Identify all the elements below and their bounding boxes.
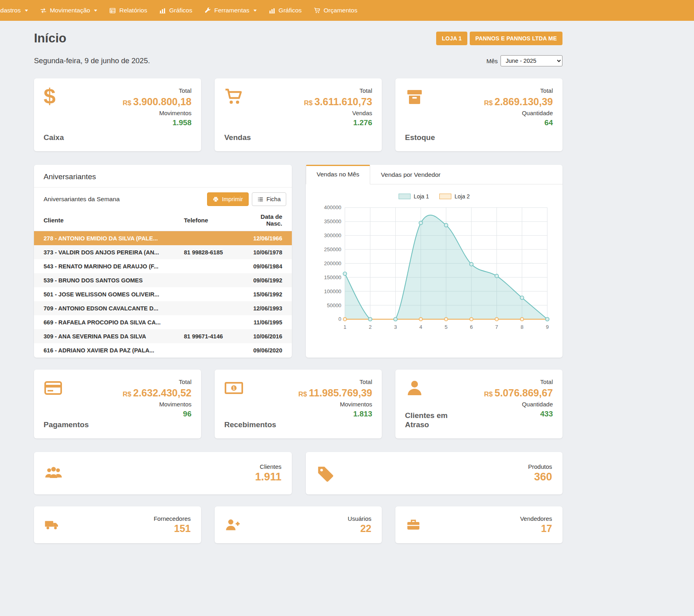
chart-legend: Loja 1 Loja 2: [315, 190, 554, 202]
month-label: Mês: [487, 58, 498, 64]
user-plus-icon: [225, 517, 240, 532]
cart-icon: [314, 7, 321, 14]
count-label: Movimentos: [340, 401, 372, 408]
cell-birthdate: 11/06/1995: [241, 315, 292, 329]
birthdays-subtitle: Aniversariantes da Semana: [44, 196, 120, 203]
nav-item-label: Ferramentas: [214, 7, 249, 14]
credit-card-icon: [44, 378, 89, 400]
nav-item-label: Movimentação: [50, 7, 90, 14]
cell-phone: 81 99828-6185: [180, 245, 241, 259]
exchange-icon: [40, 7, 47, 14]
svg-text:5: 5: [445, 324, 447, 330]
vendedores-card: Vendedores 17: [395, 506, 562, 543]
dollar-icon: $: [44, 87, 64, 109]
cell-client: 501 - JOSE WELISSON GOMES OLIVEIR...: [34, 287, 180, 301]
cell-birthdate: 15/06/1992: [241, 287, 292, 301]
count-card-value: 17: [541, 523, 552, 534]
count-label: Vendas: [352, 110, 372, 116]
count-value: 433: [540, 410, 553, 418]
printer-icon: [213, 196, 219, 202]
legend-swatch-loja2: [439, 194, 451, 199]
produtos-card: Produtos 360: [306, 452, 562, 494]
table-row[interactable]: 669 - RAFAELA PROCOPIO DA SILVA CA...11/…: [34, 315, 292, 329]
svg-text:50000: 50000: [327, 302, 341, 308]
nav-item-label: Gráficos: [169, 7, 192, 14]
total-value: R$ 11.985.769,39: [298, 387, 372, 399]
print-button[interactable]: Imprimir: [207, 192, 248, 206]
recebimentos-card: 1 Recebimentos Total R$ 11.985.769,39 Mo…: [215, 370, 382, 438]
legend-item-loja2: Loja 2: [439, 193, 470, 200]
svg-text:4: 4: [419, 324, 422, 330]
cell-client: 616 - ADRIANO XAVIER DA PAZ (PALA...: [34, 343, 180, 357]
count-card-label: Usuários: [348, 515, 371, 522]
cell-birthdate: 12/06/1966: [241, 231, 292, 246]
nav-item-movimentacao[interactable]: Movimentação: [34, 0, 104, 21]
cell-phone: [180, 343, 241, 357]
svg-text:1: 1: [343, 324, 346, 330]
table-row[interactable]: 309 - ANA SEVERINA PAES DA SILVA81 99671…: [34, 329, 292, 343]
ficha-button[interactable]: Ficha: [252, 192, 286, 206]
count-card-value: 22: [360, 523, 371, 534]
cell-client: 709 - ANTONIO EDSON CAVALCANTE D...: [34, 301, 180, 315]
table-row[interactable]: 278 - ANTONIO EMIDIO DA SILVA (PALE...12…: [34, 231, 292, 246]
briefcase-icon: [406, 517, 421, 532]
table-row[interactable]: 616 - ADRIANO XAVIER DA PAZ (PALA...09/0…: [34, 343, 292, 357]
cell-phone: [180, 259, 241, 273]
svg-text:250000: 250000: [324, 246, 341, 252]
table-row[interactable]: 709 - ANTONIO EDSON CAVALCANTE D...12/06…: [34, 301, 292, 315]
store-badge[interactable]: LOJA 1: [436, 32, 467, 45]
month-select[interactable]: June - 2025: [501, 55, 562, 66]
svg-text:150000: 150000: [324, 274, 341, 280]
clientes-em-atraso-card: Clientes em Atraso Total R$ 5.076.869,67…: [395, 370, 562, 438]
count-value: 1.813: [353, 410, 372, 418]
pagamentos-card: Pagamentos Total R$ 2.632.430,52 Movimen…: [34, 370, 201, 438]
page-title: Início: [34, 31, 66, 46]
stat-card-name: Vendas: [224, 133, 251, 142]
total-value: R$ 2.632.430,52: [123, 387, 191, 399]
table-row[interactable]: 373 - VALDIR DOS ANJOS PEREIRA (AN...81 …: [34, 245, 292, 259]
nav-item-ferramentas[interactable]: Ferramentas: [198, 0, 263, 21]
nav-item-graficos-2[interactable]: Gráficos: [263, 0, 308, 21]
estoque-card: Estoque Total R$ 2.869.130,39 Quantidade…: [395, 78, 562, 151]
count-card-value: 1.911: [255, 471, 281, 483]
svg-text:1: 1: [233, 386, 235, 390]
count-card-label: Fornecedores: [154, 515, 191, 522]
banknote-icon: 1: [224, 378, 276, 400]
header-badges: LOJA 1 PANNOS E PANNOS LTDA ME: [436, 32, 562, 45]
nav-item-relatorios[interactable]: Relatórios: [103, 0, 153, 21]
total-value: R$ 2.869.130,39: [484, 96, 553, 108]
table-row[interactable]: 539 - BRUNO DOS SANTOS GOMES09/06/1992: [34, 273, 292, 287]
count-card-label: Vendedores: [520, 515, 552, 522]
box-icon: [405, 87, 435, 109]
stat-card-name: Recebimentos: [224, 420, 276, 430]
total-label: Total: [540, 378, 553, 385]
svg-text:100000: 100000: [324, 288, 341, 294]
svg-text:6: 6: [470, 324, 473, 330]
person-icon: [405, 378, 465, 400]
table-row[interactable]: 501 - JOSE WELISSON GOMES OLIVEIR...15/0…: [34, 287, 292, 301]
birthdays-title: Aniversariantes: [34, 165, 292, 188]
birthdays-panel: Aniversariantes Aniversariantes da Seman…: [34, 165, 292, 358]
table-row[interactable]: 543 - RENATO MARINHO DE ARAUJO (F...09/0…: [34, 259, 292, 273]
nav-item-cadastros[interactable]: Cadastros: [0, 0, 34, 21]
tab-vendas-no-mes[interactable]: Vendas no Mês: [306, 165, 370, 184]
cell-client: 539 - BRUNO DOS SANTOS GOMES: [34, 273, 180, 287]
tab-vendas-por-vendedor[interactable]: Vendas por Vendedor: [370, 165, 451, 184]
count-card-label: Clientes: [260, 463, 281, 470]
cell-phone: [180, 301, 241, 315]
nav-item-graficos-1[interactable]: Gráficos: [153, 0, 198, 21]
list-icon: [257, 196, 263, 202]
svg-text:400000: 400000: [324, 204, 341, 210]
nav-item-orcamentos[interactable]: Orçamentos: [308, 0, 363, 21]
company-badge[interactable]: PANNOS E PANNOS LTDA ME: [470, 32, 562, 45]
report-table-icon: [109, 7, 116, 14]
clientes-card: Clientes 1.911: [34, 452, 292, 494]
count-value: 64: [544, 118, 553, 127]
svg-text:200000: 200000: [324, 260, 341, 266]
stat-card-name: Caixa: [44, 133, 64, 142]
total-value: R$ 3.611.610,73: [304, 96, 372, 108]
total-label: Total: [179, 378, 191, 385]
nav-item-label: Cadastros: [0, 7, 21, 14]
svg-text:300000: 300000: [324, 232, 341, 238]
legend-item-loja1: Loja 1: [399, 193, 429, 200]
